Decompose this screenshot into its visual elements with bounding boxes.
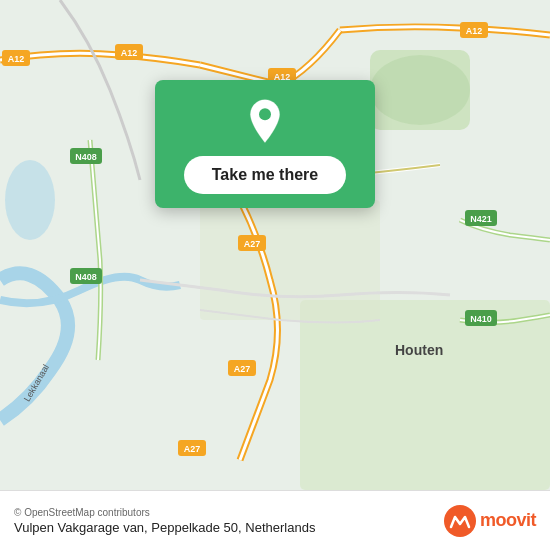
moovit-icon: [444, 505, 476, 537]
pin-icon: [241, 98, 289, 146]
svg-text:N408: N408: [75, 152, 97, 162]
svg-point-31: [259, 108, 271, 120]
location-card: Take me there: [155, 80, 375, 208]
osm-attribution: © OpenStreetMap contributors: [14, 507, 315, 518]
svg-text:N408: N408: [75, 272, 97, 282]
svg-text:A27: A27: [184, 444, 201, 454]
svg-point-32: [444, 505, 476, 537]
svg-text:Houten: Houten: [395, 342, 443, 358]
svg-text:A12: A12: [466, 26, 483, 36]
footer-info: © OpenStreetMap contributors Vulpen Vakg…: [14, 507, 315, 535]
svg-text:N410: N410: [470, 314, 492, 324]
footer: © OpenStreetMap contributors Vulpen Vakg…: [0, 490, 550, 550]
take-me-there-button[interactable]: Take me there: [184, 156, 346, 194]
svg-text:N421: N421: [470, 214, 492, 224]
svg-point-3: [370, 55, 470, 125]
moovit-label: moovit: [480, 510, 536, 531]
svg-text:A12: A12: [8, 54, 25, 64]
svg-rect-4: [300, 300, 550, 490]
map-container: A12 A12 A12 A12 N408 N408 A27 A27 A27 N4…: [0, 0, 550, 490]
svg-text:A27: A27: [244, 239, 261, 249]
location-name: Vulpen Vakgarage van, Peppelkade 50, Net…: [14, 520, 315, 535]
moovit-logo: moovit: [444, 505, 536, 537]
svg-rect-5: [200, 200, 380, 320]
svg-text:A27: A27: [234, 364, 251, 374]
map-background: A12 A12 A12 A12 N408 N408 A27 A27 A27 N4…: [0, 0, 550, 490]
svg-text:A12: A12: [121, 48, 138, 58]
svg-point-1: [5, 160, 55, 240]
